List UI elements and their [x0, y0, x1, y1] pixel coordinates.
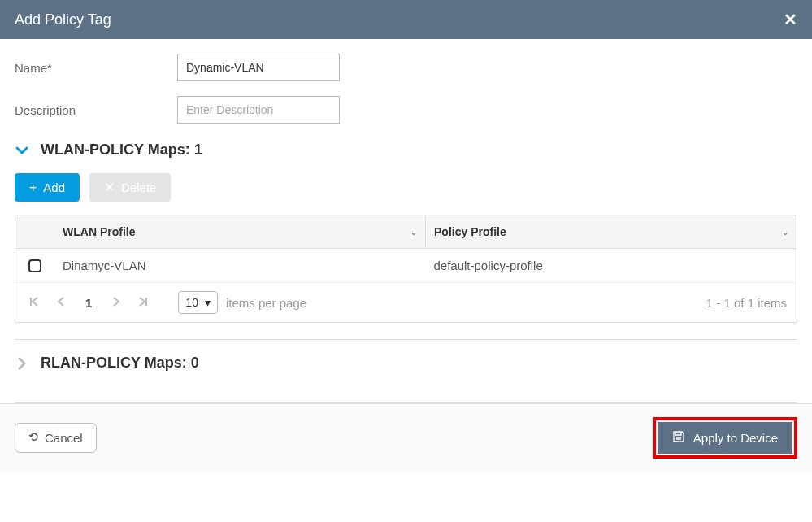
plus-icon: + [29, 181, 37, 194]
pager-info: 1 - 1 of 1 items [706, 296, 787, 310]
page-size-control: 10 ▾ items per page [178, 291, 306, 314]
name-input[interactable] [177, 54, 340, 81]
wlan-section-title: WLAN-POLICY Maps: 1 [41, 141, 202, 159]
wlan-policy-toggle[interactable]: WLAN-POLICY Maps: 1 [15, 141, 797, 159]
wlan-section-count: 1 [194, 141, 202, 158]
form-row-description: Description [15, 96, 797, 124]
delete-button[interactable]: ✕ Delete [89, 173, 171, 202]
apply-to-device-button[interactable]: Apply to Device [658, 422, 792, 454]
column-wlan-profile[interactable]: WLAN Profile ⌄ [54, 215, 426, 248]
pager-next-icon[interactable] [108, 296, 124, 309]
chevron-right-icon [15, 356, 29, 371]
items-per-page-label: items per page [226, 296, 306, 310]
caret-down-icon: ▾ [205, 296, 211, 309]
page-size-select[interactable]: 10 ▾ [178, 291, 218, 314]
cancel-button[interactable]: Cancel [15, 423, 97, 453]
pager-current-page[interactable]: 1 [79, 296, 98, 310]
header-checkbox-col [15, 215, 54, 248]
description-label: Description [15, 103, 177, 117]
sort-icon: ⌄ [782, 228, 788, 237]
column-policy-profile[interactable]: Policy Profile ⌄ [426, 215, 797, 248]
row-checkbox[interactable] [15, 249, 54, 282]
x-icon: ✕ [104, 181, 115, 194]
rlan-section-title: RLAN-POLICY Maps: 0 [41, 355, 199, 372]
chevron-down-icon [15, 143, 29, 158]
apply-button-highlight: Apply to Device [653, 417, 797, 459]
pager-first-icon[interactable] [25, 296, 43, 310]
add-button[interactable]: + Add [15, 173, 80, 202]
name-label: Name* [15, 61, 177, 75]
wlan-policy-table: WLAN Profile ⌄ Policy Profile ⌄ Dinamyc-… [15, 215, 797, 323]
table-row[interactable]: Dinamyc-VLAN default-policy-profile [15, 249, 797, 283]
pager-last-icon[interactable] [134, 296, 152, 310]
checkbox-icon [28, 259, 41, 272]
pager: 1 10 ▾ items per page 1 - 1 of 1 items [15, 283, 797, 322]
table-button-row: + Add ✕ Delete [15, 173, 797, 202]
modal-footer: Cancel Apply to Device [0, 403, 812, 472]
modal-header: Add Policy Tag ✕ [0, 0, 812, 39]
sort-icon: ⌄ [410, 228, 417, 237]
table-header: WLAN Profile ⌄ Policy Profile ⌄ [15, 215, 797, 249]
rlan-policy-toggle[interactable]: RLAN-POLICY Maps: 0 [15, 340, 797, 386]
close-icon[interactable]: ✕ [784, 10, 797, 29]
undo-icon [28, 431, 40, 445]
description-input[interactable] [177, 96, 340, 124]
rlan-section-count: 0 [191, 355, 199, 371]
cell-policy-profile: default-policy-profile [426, 249, 797, 282]
pager-prev-icon[interactable] [53, 296, 69, 309]
modal-body: Name* Description WLAN-POLICY Maps: 1 + … [0, 39, 812, 403]
save-icon [672, 430, 685, 446]
form-row-name: Name* [15, 54, 797, 81]
modal-title: Add Policy Tag [15, 11, 111, 28]
cell-wlan-profile: Dinamyc-VLAN [54, 249, 426, 282]
